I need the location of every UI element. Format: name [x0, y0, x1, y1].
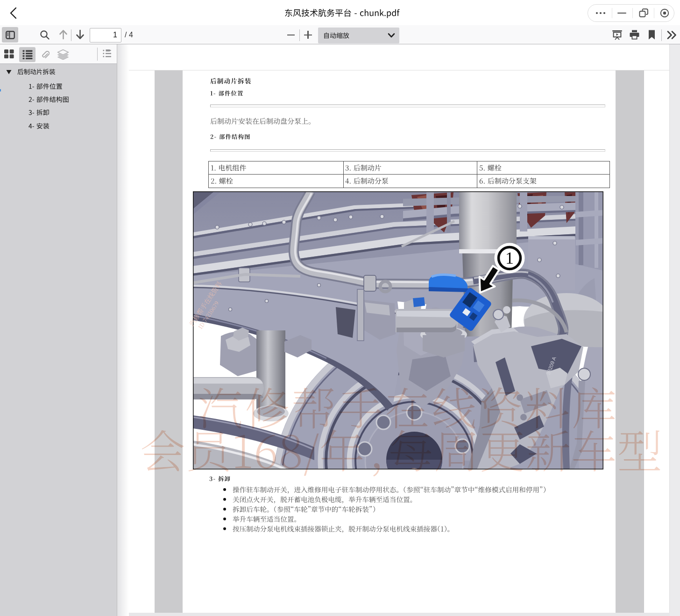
svg-text:1: 1 [505, 249, 514, 267]
